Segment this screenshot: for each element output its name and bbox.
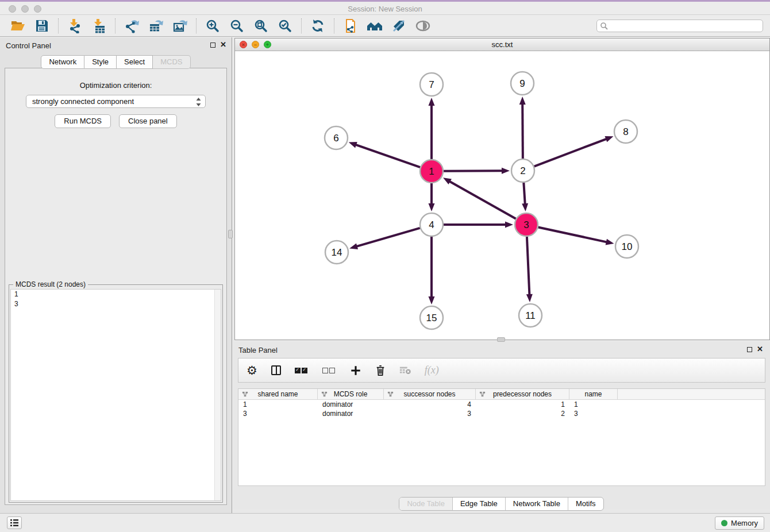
toolbar-separator: [334, 18, 334, 33]
tab-select[interactable]: Select: [117, 55, 153, 69]
graph-node-label: 4: [429, 219, 434, 230]
column-header-name[interactable]: name: [569, 389, 618, 399]
import-network-icon[interactable]: [67, 18, 83, 34]
network-window-titlebar: × − + scc.txt: [235, 38, 769, 51]
column-header-mcds-role[interactable]: MCDS role: [318, 389, 384, 399]
graph-edge[interactable]: [444, 171, 502, 171]
tab-style[interactable]: Style: [84, 55, 117, 69]
memory-status-dot: [721, 520, 727, 526]
graph-node-label: 15: [426, 313, 437, 323]
column-type-icon: [242, 391, 248, 399]
close-panel-button[interactable]: Close panel: [119, 114, 177, 128]
graph-edge[interactable]: [534, 139, 607, 167]
graph-node-label: 3: [523, 219, 529, 230]
graph-node-label: 8: [623, 126, 628, 137]
graph-node-label: 14: [332, 247, 342, 258]
control-panel-float-icon[interactable]: [210, 43, 215, 48]
graph-edge[interactable]: [449, 182, 515, 219]
result-scrollbar[interactable]: [214, 290, 221, 500]
node-table: shared name MCDS role successor nodes pr…: [238, 388, 765, 486]
graph-edge-arrowhead: [605, 136, 613, 142]
add-column-icon[interactable]: [350, 363, 361, 378]
graph-edge[interactable]: [527, 237, 529, 295]
column-header-successor-nodes[interactable]: successor nodes: [384, 389, 476, 399]
network-window-title: scc.txt: [235, 40, 769, 49]
graph-edge-arrowhead: [519, 97, 526, 105]
deselect-all-columns-icon[interactable]: [322, 363, 336, 378]
graph-edge-label: [475, 170, 480, 172]
zoom-out-icon[interactable]: [229, 18, 245, 34]
open-session-icon[interactable]: [10, 18, 26, 34]
graph-node-label: 9: [519, 78, 525, 89]
clone-network-icon[interactable]: [342, 18, 359, 34]
toolbar-search: [596, 20, 763, 32]
graph-edge[interactable]: [522, 104, 523, 159]
delete-column-icon[interactable]: [375, 363, 386, 378]
mcds-result-title: MCDS result (2 nodes): [13, 280, 88, 288]
select-all-columns-icon[interactable]: [295, 363, 309, 378]
graph-edge[interactable]: [523, 183, 525, 204]
control-panel-title: Control Panel: [6, 41, 51, 50]
table-panel-close-icon[interactable]: ✕: [757, 345, 763, 353]
graph-node-label: 11: [525, 310, 536, 321]
column-header-predecessor-nodes[interactable]: predecessor nodes: [476, 389, 569, 399]
search-input[interactable]: [596, 20, 763, 32]
mcds-result-list[interactable]: 1 3: [10, 289, 221, 501]
graph-edge[interactable]: [538, 227, 607, 242]
table-toolbar: ⚙ f(x): [238, 358, 765, 383]
graph-edge-arrowhead: [349, 142, 357, 148]
column-type-icon: [479, 391, 486, 399]
zoom-fit-icon[interactable]: [253, 18, 269, 34]
table-row[interactable]: 1 dominator 4 1 1: [238, 400, 765, 409]
mcds-result-group: MCDS result (2 nodes) 1 3: [9, 284, 223, 503]
hide-labels-icon[interactable]: [391, 18, 407, 34]
table-settings-icon[interactable]: ⚙: [247, 363, 257, 378]
zoom-in-icon[interactable]: [205, 18, 221, 34]
control-panel-close-icon[interactable]: ✕: [220, 40, 226, 49]
tab-network[interactable]: Network: [41, 55, 84, 69]
graph-edge[interactable]: [357, 228, 420, 246]
memory-button[interactable]: Memory: [715, 516, 764, 530]
toolbar-separator: [115, 18, 116, 33]
tab-network-table[interactable]: Network Table: [505, 498, 568, 510]
tab-edge-table[interactable]: Edge Table: [452, 498, 505, 510]
run-mcds-button[interactable]: Run MCDS: [55, 114, 111, 128]
vertical-splitter-handle[interactable]: [228, 230, 233, 238]
column-visibility-icon[interactable]: [271, 363, 281, 378]
import-table-icon[interactable]: [91, 18, 107, 34]
horizontal-splitter-handle[interactable]: [497, 337, 505, 342]
table-row[interactable]: 3 dominator 3 2 3: [238, 409, 765, 418]
graph-node-label: 10: [622, 241, 633, 252]
zoom-selected-icon[interactable]: [277, 18, 293, 34]
refresh-layout-icon[interactable]: [310, 18, 326, 34]
delete-table-icon: [399, 363, 411, 378]
graph-edge-arrowhead: [526, 294, 533, 302]
show-graphics-details-icon[interactable]: [415, 18, 431, 34]
graph-node-label: 2: [520, 165, 525, 176]
tab-motifs[interactable]: Motifs: [568, 498, 603, 510]
tab-mcds[interactable]: MCDS: [153, 55, 190, 69]
control-panel-tabs: NetworkStyleSelectMCDS: [0, 55, 232, 69]
optimization-criterion-select[interactable]: strongly connected component: [26, 95, 206, 108]
optimization-criterion-label: Optimization criterion:: [5, 81, 226, 90]
graph-edge-arrowhead: [429, 203, 435, 211]
graph-node-label: 1: [429, 166, 434, 177]
column-type-icon: [387, 391, 394, 399]
graph-edge-arrowhead: [505, 222, 513, 228]
graph-edge[interactable]: [356, 145, 420, 167]
export-image-icon[interactable]: [172, 18, 188, 34]
first-neighbors-icon[interactable]: [367, 18, 383, 34]
save-session-icon[interactable]: [34, 18, 50, 34]
export-table-icon[interactable]: [148, 18, 164, 34]
tab-node-table[interactable]: Node Table: [399, 498, 452, 510]
table-panel-float-icon[interactable]: [747, 347, 752, 352]
app-titlebar: Session: New Session: [0, 0, 770, 15]
column-header-shared-name[interactable]: shared name: [238, 389, 318, 399]
mcds-result-item: 3: [11, 299, 221, 309]
mcds-result-item: 1: [11, 290, 221, 299]
network-canvas[interactable]: 7968124314101511: [235, 51, 769, 340]
graph-edge-arrowhead: [443, 178, 452, 184]
task-history-button[interactable]: [7, 516, 22, 529]
optimization-criterion-value: strongly connected component: [32, 97, 134, 106]
export-network-icon[interactable]: [124, 18, 140, 34]
